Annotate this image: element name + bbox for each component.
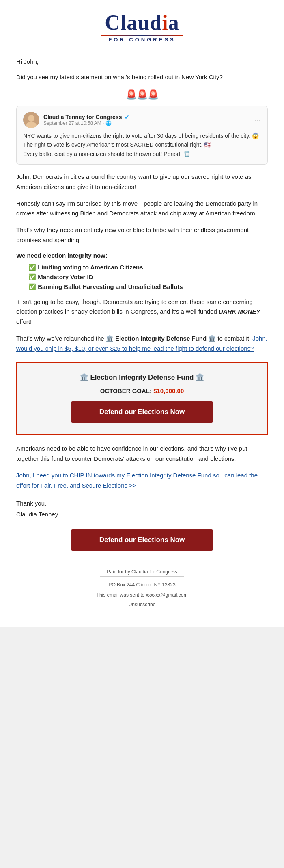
intro-text: Did you see my latest statement on what'… — [16, 72, 268, 82]
closing: Thank you, Claudia Tenney — [16, 498, 268, 520]
social-post-meta: Claudia Tenney for Congress ✔ September … — [43, 114, 255, 126]
logo: Claudia — [105, 12, 179, 33]
cta-box-title: 🏛️ Election Integrity Defense Fund 🏛️ — [29, 373, 255, 382]
social-line-3: Every ballot cast by a non-citizen shoul… — [23, 150, 261, 158]
social-post-menu: ··· — [255, 116, 261, 124]
body-paragraph-4: It isn't going to be easy, though. Democ… — [16, 297, 268, 327]
logo-accent: i — [162, 11, 168, 34]
social-line-1: NYC wants to give non-citizens the right… — [23, 131, 261, 140]
integrity-title: We need election integrity now: — [16, 252, 268, 259]
salutation: Hi John, — [16, 58, 268, 65]
unsubscribe-link[interactable]: Unsubscribe — [129, 602, 156, 608]
checklist-item-2: ✅ Mandatory Voter ID — [28, 273, 268, 281]
body-paragraph-1: John, Democrats in cities around the cou… — [16, 172, 268, 192]
social-post: Claudia Tenney for Congress ✔ September … — [16, 106, 268, 165]
body-paragraph-3: That's why they need an entirely new vot… — [16, 225, 268, 245]
cta-goal-line: OCTOBER GOAL: $10,000.00 — [29, 387, 255, 394]
emoji-divider: 🚨🚨🚨 — [16, 89, 268, 100]
closing-line-2: Claudia Tenney — [16, 509, 268, 520]
body-paragraph-6: Americans need to be able to have confid… — [16, 444, 268, 464]
cta-goal-amount: $10,000.00 — [153, 387, 184, 394]
second-cta-wrapper: Defend our Elections Now — [16, 529, 268, 551]
cta-box: 🏛️ Election Integrity Defense Fund 🏛️ OC… — [16, 362, 268, 435]
footer-paid-for: Paid for by Claudia for Congress — [100, 567, 184, 577]
checklist: ✅ Limiting voting to American Citizens ✅… — [16, 264, 268, 291]
link-paragraph: John, I need you to CHIP IN towards my E… — [16, 471, 268, 491]
social-post-header: Claudia Tenney for Congress ✔ September … — [23, 112, 261, 128]
dark-money-text: DARK MONEY — [219, 308, 260, 315]
checklist-item-1: ✅ Limiting voting to American Citizens — [28, 264, 268, 271]
social-line-2: The right to vote is every American's mo… — [23, 140, 261, 149]
footer-address: PO Box 244 Clinton, NY 13323 — [16, 581, 268, 589]
verified-badge: ✔ — [125, 114, 129, 120]
logo-subtitle: FOR CONGRESS — [16, 37, 268, 43]
body-paragraph-5: That's why we've relaunched the 🏛️ Elect… — [16, 334, 268, 354]
email-container: Claudia FOR CONGRESS Hi John, Did you se… — [0, 0, 284, 627]
footer-email-notice: This email was sent to xxxxxx@gmail.com — [16, 591, 268, 599]
social-post-date: September 27 at 10:58 AM · 🌐 — [43, 120, 255, 126]
logo-divider — [101, 35, 183, 36]
email-header: Claudia FOR CONGRESS — [16, 12, 268, 47]
closing-line-1: Thank you, — [16, 498, 268, 509]
body-paragraph-2: Honestly can't say I'm surprised by this… — [16, 199, 268, 219]
social-post-name: Claudia Tenney for Congress ✔ — [43, 114, 255, 120]
defend-elections-button-2[interactable]: Defend our Elections Now — [71, 529, 213, 551]
footer: Paid for by Claudia for Congress PO Box … — [16, 567, 268, 609]
svg-point-1 — [28, 115, 34, 122]
defend-elections-button-1[interactable]: Defend our Elections Now — [71, 401, 213, 423]
chip-in-link-2[interactable]: John, I need you to CHIP IN towards my E… — [16, 472, 258, 489]
footer-unsubscribe: Unsubscribe — [16, 601, 268, 609]
social-post-body: NYC wants to give non-citizens the right… — [23, 131, 261, 158]
integrity-section: We need election integrity now: ✅ Limiti… — [16, 252, 268, 291]
checklist-item-3: ✅ Banning Ballot Harvesting and Unsolici… — [28, 283, 268, 291]
avatar — [23, 112, 39, 128]
